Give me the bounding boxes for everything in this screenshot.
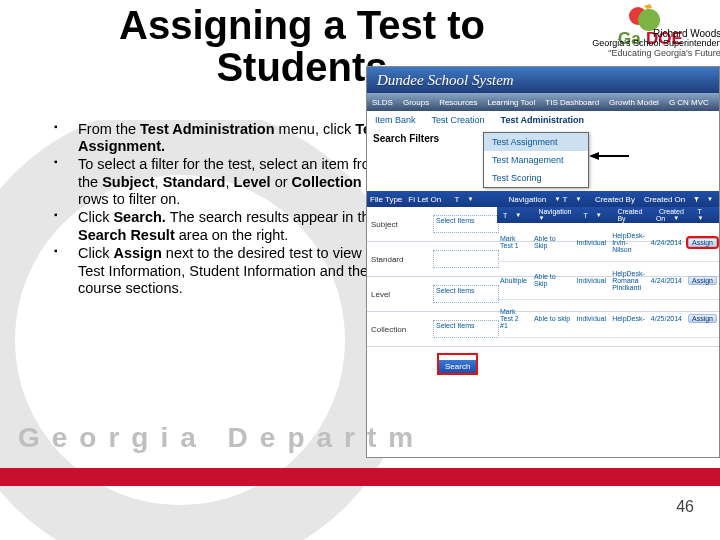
bullet-item: From the Test Administration menu, click…: [54, 121, 396, 156]
nav-item[interactable]: CCPM: [714, 98, 720, 107]
callout-arrow-icon: [589, 151, 629, 161]
menu-item-scoring[interactable]: Test Scoring: [484, 169, 588, 187]
assign-button[interactable]: Assign: [688, 238, 717, 247]
app-header: Dundee School System: [367, 67, 719, 93]
assign-button[interactable]: Assign: [688, 276, 717, 285]
bullet-item: Click Search. The search results appear …: [54, 209, 396, 244]
subtab[interactable]: Test Creation: [424, 115, 493, 125]
search-button[interactable]: Search: [437, 353, 478, 375]
bullet-list: From the Test Administration menu, click…: [14, 121, 396, 299]
nav-item[interactable]: TIS Dashboard: [540, 98, 604, 107]
subtab[interactable]: Item Bank: [367, 115, 424, 125]
nav-item[interactable]: Growth Model: [604, 98, 664, 107]
footer-bar: [0, 468, 720, 486]
footer-brand: Georgia Departm: [18, 422, 425, 454]
result-row: Mark Test 2 #1 Able to skip Individual H…: [497, 299, 719, 338]
svg-marker-6: [589, 152, 599, 160]
nav-item[interactable]: Learning Tool: [482, 98, 540, 107]
menu-item-assignment[interactable]: Test Assignment: [484, 133, 588, 151]
subtab[interactable]: Test Administration: [493, 115, 593, 125]
credit-block: Richard Woods, Georgia's School Superint…: [592, 28, 720, 59]
page-number: 46: [676, 498, 694, 516]
bullet-item: To select a filter for the test, select …: [54, 156, 396, 208]
column-headers: File Type Fi Let On T ▼ Navigation ▼ T ▼…: [367, 191, 719, 207]
bullet-item: Click Assign next to the desired test to…: [54, 245, 396, 297]
assign-button[interactable]: Assign: [688, 314, 717, 323]
result-row: Mark Test 1 Able to Skip Individual Help…: [497, 223, 719, 262]
result-row: Abultiple Able to Skip Individual HelpDe…: [497, 261, 719, 300]
nav-item[interactable]: Resources: [434, 98, 482, 107]
test-admin-menu: Test Assignment Test Management Test Sco…: [483, 132, 589, 188]
top-nav: SLDS Groups Resources Learning Tool TIS …: [367, 93, 719, 111]
screenshot: Dundee School System SLDS Groups Resourc…: [366, 66, 720, 458]
result-headers: T ▼ Navigation ▼ T ▼ Created By Created …: [497, 207, 719, 223]
nav-item[interactable]: SLDS: [367, 98, 398, 107]
nav-item[interactable]: Groups: [398, 98, 434, 107]
nav-item[interactable]: G CN MVC: [664, 98, 714, 107]
sub-nav: Item Bank Test Creation Test Administrat…: [367, 111, 719, 129]
menu-item-management[interactable]: Test Management: [484, 151, 588, 169]
